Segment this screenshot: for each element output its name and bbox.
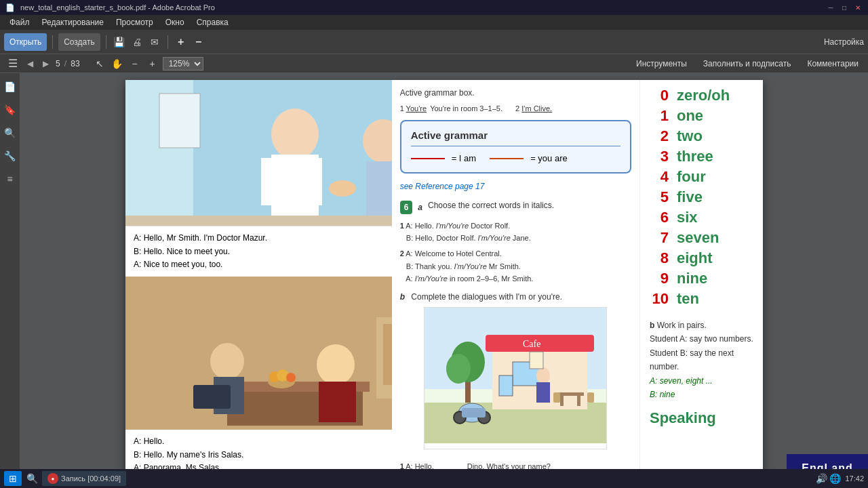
dialogue-bottom-line2: B: Hello. My name's Iris Salas. [134,449,384,462]
current-page[interactable]: 5 [56,59,60,68]
dialogue-line3: A: Nice to meet you, too. [134,258,384,271]
hand-tool-icon[interactable]: ✋ [110,56,125,71]
ex-dialogue-2b: B: Thank you. I'm/You're Mr Smith. [400,260,631,273]
open-button[interactable]: Открыть [4,33,47,51]
number-word: ten [677,290,699,308]
dialogue-bottom-line1: A: Hello. [134,435,384,448]
number-row: 8eight [650,249,753,267]
menu-help[interactable]: Справка [191,16,234,28]
menu-view[interactable]: Просмотр [111,16,159,28]
menu-file[interactable]: Файл [4,16,35,28]
menu-edit[interactable]: Редактирование [37,16,109,28]
search-sidebar-icon[interactable]: 🔍 [1,125,18,141]
svg-point-43 [536,367,550,384]
pdf-area: A: Hello, Mr Smith. I'm Doctor Mazur. B:… [20,73,868,488]
sidebar-toggle-icon[interactable]: ☰ [5,56,20,71]
reference-link[interactable]: see Reference page 17 [400,180,631,192]
start-button[interactable]: ⊞ [4,471,22,486]
number-row: 2two [650,127,753,145]
example-text1: You're in room 3–1–5. [430,104,502,113]
doctor-illustration [125,80,392,243]
zoom-select[interactable]: 125% 100% 75% [163,57,203,70]
main-area: 📄 🔖 🔍 🔧 ≡ [0,73,868,488]
svg-rect-45 [557,392,584,396]
recording-text: Запись [00:04:09] [61,474,121,483]
number-row: 0zero/oh [650,87,753,104]
svg-point-1 [271,108,319,160]
svg-text:Cafe: Cafe [523,339,540,349]
fill-sign-button[interactable]: Заполнить и подписать [699,58,795,70]
layers-icon[interactable]: ≡ [4,171,15,187]
example-num1: 1 [400,104,406,113]
svg-rect-35 [499,375,513,396]
minimize-button[interactable]: ─ [826,3,835,12]
blank-left [411,158,445,159]
choice-1b: I'm/You're [478,234,511,242]
ex-dialogue-2: 2 A: Welcome to Hotel Central. [400,247,631,260]
grammar-box: Active grammar = I am = you are [400,120,631,174]
page-left: A: Hello, Mr Smith. I'm Doctor Mazur. B:… [125,80,392,480]
svg-rect-6 [366,161,392,222]
formula-right-text: = you are [530,152,568,165]
cafe-illustration: Cafe [424,307,607,449]
page-right: Active grammar box. 1 You're You're in r… [392,80,639,480]
svg-rect-47 [577,396,580,406]
save-icon[interactable]: 💾 [112,35,127,49]
number-digit: 0 [650,87,669,104]
svg-point-22 [286,373,296,382]
close-button[interactable]: ✕ [853,3,863,12]
zoom-out-icon[interactable]: − [191,35,206,49]
ex-dialogue-1: 1 A: Hello. I'm/You're Doctor Rolf. [400,220,631,232]
number-digit: 4 [650,168,669,186]
pages-icon[interactable]: 📄 [1,79,18,95]
number-word: two [677,127,703,145]
work-pairs-instruction: Work in pairs. [657,321,707,330]
student-a-instruction: Student A: say two numbers. [650,332,753,346]
svg-rect-9 [159,94,200,148]
number-digit: 7 [650,229,669,247]
number-row: 6six [650,209,753,226]
choice-2b: I'm/You're [454,262,487,270]
nav-bar: ☰ ◀ ▶ 5 / 83 ↖ ✋ − + 125% 100% 75% Инстр… [0,54,868,73]
toolbar: Открыть Создать 💾 🖨 ✉ + − Настройка [0,30,868,54]
print-icon[interactable]: 🖨 [130,35,144,49]
email-icon[interactable]: ✉ [147,35,162,49]
taskbar: ⊞ 🔍 ● Запись [00:04:09] 🔊 🌐 17:42 [0,469,868,488]
choice-2c: I'm/You're [415,274,448,283]
numbers-list: 0zero/oh1one2two3three4four5five6six7sev… [650,87,753,308]
number-row: 4four [650,168,753,186]
formula-left: = I am [411,152,477,165]
left-sidebar: 📄 🔖 🔍 🔧 ≡ [0,73,20,488]
number-row: 5five [650,188,753,206]
number-word: one [677,107,703,125]
number-word: nine [677,270,707,287]
prev-page-button[interactable]: ◀ [24,58,36,70]
comments-button[interactable]: Комментарии [803,58,863,70]
next-page-button[interactable]: ▶ [40,58,52,70]
zoom-out-small-icon[interactable]: − [127,56,142,71]
settings-label[interactable]: Настройка [824,37,864,47]
number-word: seven [677,229,719,247]
taskbar-recording[interactable]: ● Запись [00:04:09] [42,471,126,486]
create-button[interactable]: Создать [58,33,100,51]
tools-button[interactable]: Инструменты [632,58,691,70]
taskbar-search-icon[interactable]: 🔍 [24,471,39,486]
number-word: five [677,188,703,206]
select-tool-icon[interactable]: ↖ [92,56,107,71]
example-b: B: nine [650,388,753,401]
student-b-instruction: Student B: say the next number. [650,346,753,374]
bookmarks-icon[interactable]: 🔖 [1,102,18,118]
svg-rect-24 [383,324,392,385]
zoom-in-small-icon[interactable]: + [145,56,160,71]
exercise-6-num: 6 [400,201,413,214]
total-pages: 83 [71,59,79,68]
restore-button[interactable]: □ [840,3,849,12]
number-row: 3three [650,148,753,165]
tools-sidebar-icon[interactable]: 🔧 [1,148,18,164]
zoom-in-icon[interactable]: + [174,35,189,49]
svg-point-16 [210,343,244,380]
dialogue-box-top: A: Hello, Mr Smith. I'm Doctor Mazur. B:… [125,226,392,277]
grammar-header: Active grammar box. [400,87,631,99]
numbers-col: 0zero/oh1one2two3three4four5five6six7sev… [639,80,763,480]
menu-window[interactable]: Окно [160,16,190,28]
